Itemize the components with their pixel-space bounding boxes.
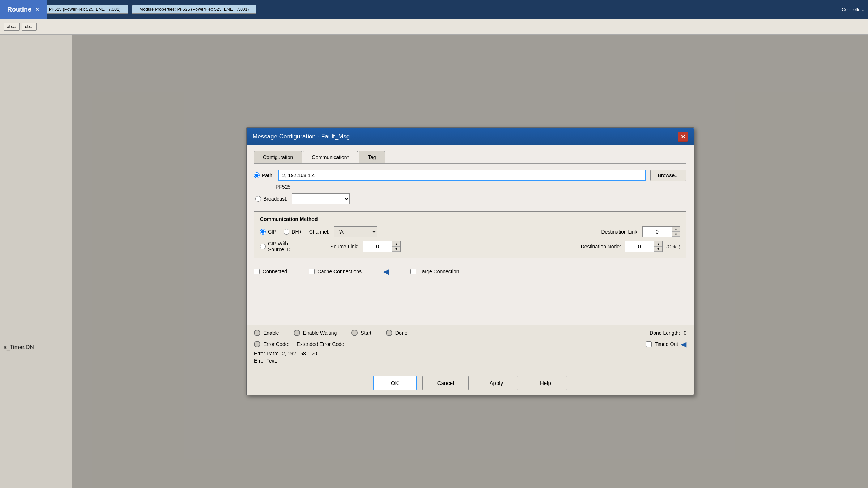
path-device-label: PF525	[276, 184, 686, 190]
dest-node-down[interactable]: ▼	[654, 247, 662, 252]
module-tab-2-label: Module Properties: PF525 (PowerFlex 525,…	[140, 7, 249, 12]
cache-connections-label: Cache Connections	[318, 269, 362, 274]
broadcast-row: Broadcast:	[255, 193, 686, 204]
large-connection-checkbox[interactable]	[410, 269, 416, 274]
start-led	[351, 330, 358, 336]
connected-label: Connected	[263, 269, 287, 274]
browse-button[interactable]: Browse...	[650, 170, 686, 181]
dh-radio-label[interactable]: DH+	[284, 229, 302, 235]
start-label: Start	[361, 330, 371, 336]
timed-out-section: Timed Out ◀	[646, 340, 686, 348]
checkboxes-row: Connected Cache Connections ◀ Large Conn…	[254, 264, 686, 279]
tab-configuration[interactable]: Configuration	[254, 151, 302, 163]
dest-link-spinner: 0 ▲ ▼	[642, 226, 680, 237]
cache-connections-checkbox[interactable]	[309, 269, 315, 274]
done-length-section: Done Length: 0	[650, 330, 686, 336]
controller-label: Controlle...	[842, 7, 864, 12]
broadcast-radio-label[interactable]: Broadcast:	[255, 196, 288, 202]
done-length-label: Done Length:	[650, 330, 680, 336]
timed-out-checkbox[interactable]	[646, 341, 652, 347]
apply-button[interactable]: Apply	[475, 376, 518, 390]
routine-close-icon[interactable]: ✕	[35, 7, 39, 12]
top-bar: Routine ✕ Module Properties: PF525 (Powe…	[0, 0, 868, 19]
dialog-body: Configuration Communication* Tag	[247, 145, 694, 395]
done-led	[386, 330, 392, 336]
routine-tab[interactable]: Routine ✕	[0, 0, 47, 19]
timer-text: s_Timer.DN	[4, 344, 34, 351]
error-path-row: Error Path: 2, 192.168.1.20	[254, 351, 686, 356]
dest-link-down[interactable]: ▼	[672, 232, 680, 237]
dialog-tabs: Configuration Communication* Tag	[254, 151, 686, 164]
button-row: OK Cancel Apply Help	[247, 371, 694, 395]
cip-radio[interactable]	[260, 229, 266, 235]
error-code-label: Error Code:	[263, 341, 289, 347]
toolbar-btn-ob[interactable]: ob...	[22, 23, 37, 31]
close-icon: ✕	[681, 133, 685, 140]
source-link-spinner-btns: ▲ ▼	[392, 241, 400, 252]
cip-source-label: CIP With Source ID	[268, 241, 290, 252]
path-input[interactable]: 2, 192.168.1.4	[278, 170, 646, 181]
octal-label: (Octal)	[666, 244, 680, 249]
tab-communication[interactable]: Communication*	[303, 151, 358, 163]
cip-source-radio[interactable]	[260, 244, 266, 249]
path-row: Path: 2, 192.168.1.4 Browse...	[254, 170, 686, 181]
tab-tag[interactable]: Tag	[359, 151, 385, 163]
dialog-titlebar: Message Configuration - Fault_Msg ✕	[247, 128, 694, 145]
dest-node-input[interactable]: 0	[625, 241, 654, 252]
source-link-down[interactable]: ▼	[392, 247, 400, 252]
ok-button[interactable]: OK	[373, 376, 417, 390]
left-panel: s_Timer.DN	[0, 35, 72, 488]
error-code-status: Error Code:	[254, 341, 289, 347]
channel-row: Channel: 'A' 'B'	[309, 226, 377, 237]
cancel-button[interactable]: Cancel	[422, 376, 469, 390]
timed-out-arrow-icon: ◀	[681, 340, 686, 348]
module-tab-2[interactable]: Module Properties: PF525 (PowerFlex 525,…	[132, 5, 257, 14]
large-connection-checkbox-label[interactable]: Large Connection	[410, 269, 459, 274]
status-area: Enable Enable Waiting Start	[247, 325, 694, 371]
dialog-close-button[interactable]: ✕	[678, 132, 688, 142]
done-label: Done	[395, 330, 407, 336]
cip-radio-label[interactable]: CIP	[260, 229, 276, 235]
cip-source-radio-label[interactable]: CIP With Source ID	[260, 241, 290, 252]
help-button[interactable]: Help	[524, 376, 567, 390]
routine-label: Routine	[7, 6, 31, 13]
enable-status: Enable	[254, 330, 279, 336]
broadcast-radio[interactable]	[255, 196, 261, 202]
broadcast-dropdown[interactable]	[292, 193, 350, 204]
comm-method-title: Communication Method	[260, 216, 680, 222]
timed-out-label-text: Timed Out	[655, 341, 678, 347]
dest-node-row: Destination Node: 0 ▲ ▼ (Octal)	[581, 241, 680, 252]
source-link-label: Source Link:	[330, 244, 358, 249]
main-area: Message Configuration - Fault_Msg ✕ Conf…	[72, 35, 868, 488]
path-radio-label[interactable]: Path:	[254, 172, 274, 178]
source-link-up[interactable]: ▲	[392, 241, 400, 247]
path-label: Path:	[262, 172, 274, 178]
enable-waiting-label: Enable Waiting	[303, 330, 337, 336]
connected-checkbox-label[interactable]: Connected	[254, 269, 287, 274]
dest-node-up[interactable]: ▲	[654, 241, 662, 247]
cache-connections-checkbox-label[interactable]: Cache Connections	[309, 269, 362, 274]
dest-node-spinner: 0 ▲ ▼	[625, 241, 663, 252]
error-text-label: Error Text:	[254, 358, 277, 364]
timed-out-label[interactable]: Timed Out	[646, 341, 678, 347]
dest-node-spinner-btns: ▲ ▼	[654, 241, 662, 252]
error-row: Error Code: Extended Error Code: Timed O…	[254, 340, 686, 348]
dh-radio[interactable]	[284, 229, 289, 235]
connected-checkbox[interactable]	[254, 269, 260, 274]
error-path-value: 2, 192.168.1.20	[282, 351, 317, 356]
channel-select[interactable]: 'A' 'B'	[334, 226, 377, 237]
source-link-input[interactable]: 0	[363, 241, 392, 252]
path-radio[interactable]	[254, 172, 260, 178]
large-connection-label: Large Connection	[419, 269, 459, 274]
dest-node-label: Destination Node:	[581, 244, 621, 249]
dest-link-up[interactable]: ▲	[672, 227, 680, 232]
broadcast-label: Broadcast:	[263, 196, 288, 202]
toolbar-btn-abcd[interactable]: abcd	[4, 23, 20, 31]
error-code-led	[254, 341, 260, 347]
spacer	[254, 282, 686, 325]
dest-link-spinner-btns: ▲ ▼	[672, 227, 680, 237]
done-status: Done	[386, 330, 407, 336]
error-path-label: Error Path:	[254, 351, 278, 356]
toolbar: abcd ob...	[0, 19, 868, 35]
dest-link-input[interactable]: 0	[643, 227, 672, 237]
